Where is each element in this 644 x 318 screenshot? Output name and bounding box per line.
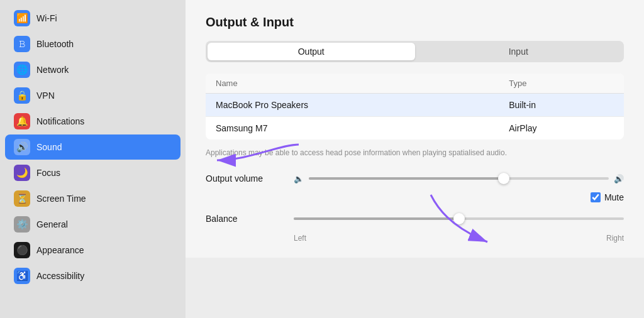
- row-name: MacBook Pro Speakers: [206, 94, 499, 117]
- table-row[interactable]: MacBook Pro SpeakersBuilt-in: [206, 94, 624, 117]
- balance-slider-container: [294, 217, 624, 220]
- general-label: General: [36, 219, 68, 229]
- output-volume-slider-container: 🔈 🔊: [294, 174, 624, 184]
- sidebar-item-general[interactable]: ⚙️General: [5, 212, 180, 237]
- network-label: Network: [36, 65, 69, 75]
- output-volume-row: Output volume 🔈 🔊: [206, 171, 624, 186]
- volume-high-icon: 🔊: [614, 174, 624, 184]
- vpn-icon: 🔒: [14, 87, 30, 104]
- bluetooth-label: Bluetooth: [36, 39, 74, 49]
- screentime-icon: ⏳: [14, 190, 30, 207]
- wifi-icon: 📶: [14, 10, 30, 26]
- balance-right-label: Right: [606, 234, 624, 243]
- sound-label: Sound: [36, 142, 62, 152]
- balance-row: Balance: [206, 211, 624, 226]
- output-volume-slider[interactable]: [309, 177, 609, 180]
- notifications-icon: 🔔: [14, 113, 30, 129]
- sidebar-item-notifications[interactable]: 🔔Notifications: [5, 109, 180, 134]
- sound-icon: 🔊: [14, 139, 30, 155]
- focus-icon: 🌙: [14, 165, 30, 181]
- tab-input[interactable]: Input: [415, 43, 623, 60]
- output-volume-label: Output volume: [206, 173, 294, 184]
- notifications-label: Notifications: [36, 116, 84, 126]
- wifi-label: Wi-Fi: [36, 13, 57, 23]
- row-name: Samsung M7: [206, 117, 499, 140]
- section-title: Output & Input: [206, 15, 624, 30]
- balance-labels: Left Right: [206, 233, 624, 243]
- main-content: Output & Input Output Input Name Type Ma…: [186, 0, 644, 258]
- row-type: Built-in: [499, 94, 624, 117]
- sidebar: 📶Wi-Fi𝙱Bluetooth🌐Network🔒VPN🔔Notificatio…: [0, 0, 186, 318]
- sidebar-item-vpn[interactable]: 🔒VPN: [5, 83, 180, 108]
- sidebar-item-network[interactable]: 🌐Network: [5, 57, 180, 82]
- mute-checkbox[interactable]: [591, 192, 601, 202]
- general-icon: ⚙️: [14, 216, 30, 233]
- vpn-label: VPN: [36, 90, 55, 101]
- mute-label: Mute: [604, 192, 624, 202]
- sidebar-item-bluetooth[interactable]: 𝙱Bluetooth: [5, 31, 180, 57]
- balance-slider[interactable]: [294, 217, 624, 220]
- balance-label: Balance: [206, 214, 294, 224]
- sidebar-item-appearance[interactable]: ⚫Appearance: [5, 238, 180, 263]
- screentime-label: Screen Time: [36, 194, 86, 204]
- volume-low-icon: 🔈: [294, 174, 304, 184]
- sidebar-item-sound[interactable]: 🔊Sound: [5, 134, 180, 160]
- sidebar-item-wifi[interactable]: 📶Wi-Fi: [5, 6, 180, 31]
- row-type: AirPlay: [499, 117, 624, 140]
- appearance-label: Appearance: [36, 245, 84, 255]
- accessibility-label: Accessibility: [36, 271, 84, 281]
- sidebar-item-accessibility[interactable]: ♿Accessibility: [5, 263, 180, 288]
- sidebar-item-focus[interactable]: 🌙Focus: [5, 160, 180, 185]
- bluetooth-icon: 𝙱: [14, 36, 30, 52]
- appearance-icon: ⚫: [14, 242, 30, 258]
- tab-bar: Output Input: [206, 41, 624, 62]
- main-wrapper: Output & Input Output Input Name Type Ma…: [186, 0, 644, 318]
- sidebar-item-screentime[interactable]: ⏳Screen Time: [5, 186, 180, 211]
- network-icon: 🌐: [14, 62, 30, 78]
- balance-left-label: Left: [294, 234, 306, 243]
- focus-label: Focus: [36, 168, 60, 178]
- mute-row: Mute: [206, 192, 624, 202]
- col-type: Type: [499, 74, 624, 94]
- tab-output[interactable]: Output: [208, 43, 415, 60]
- table-row[interactable]: Samsung M7AirPlay: [206, 117, 624, 140]
- col-name: Name: [206, 74, 499, 94]
- output-table: Name Type MacBook Pro SpeakersBuilt-inSa…: [206, 74, 624, 140]
- accessibility-icon: ♿: [14, 268, 30, 284]
- info-text: Applications may be able to access head …: [206, 147, 624, 158]
